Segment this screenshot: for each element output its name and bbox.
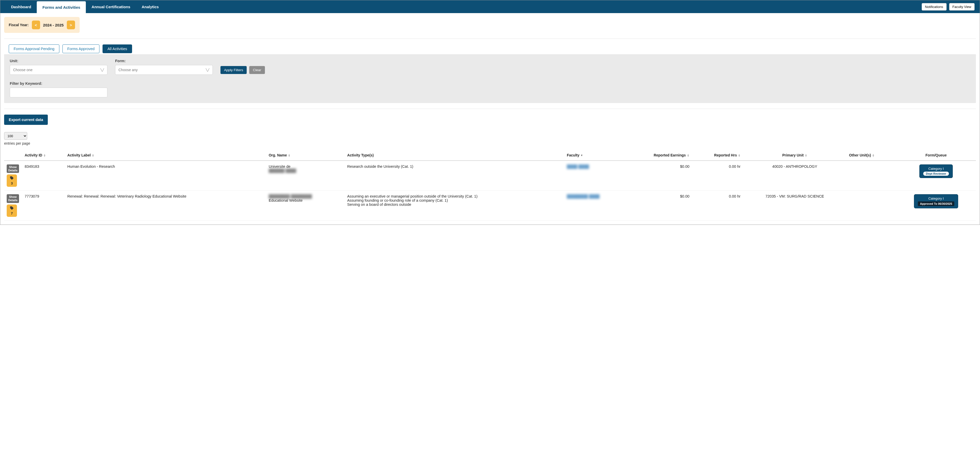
fiscal-year-bar: Fiscal Year: < 2024 - 2025 > <box>4 17 80 33</box>
attachments-count: 7 <box>7 212 17 215</box>
subtab-all-activities[interactable]: All Activities <box>102 45 132 53</box>
col-faculty[interactable]: Faculty▼ <box>564 150 626 161</box>
subtabs: Forms Approval Pending Forms Approved Al… <box>9 45 976 53</box>
keyword-label: Filter by Keyword: <box>10 81 107 86</box>
queue-category: Category I <box>928 197 944 200</box>
cell-org-name: Universite de ██████ ████ <box>266 161 345 191</box>
form-filter-group: Form: Choose any ╲╱ <box>115 59 213 75</box>
keyword-filter-group: Filter by Keyword: <box>10 81 107 97</box>
show-details-button[interactable]: Show Details <box>7 164 19 173</box>
cell-other-units <box>846 191 896 220</box>
cell-primary-unit: 72035 - VM: SURG/RAD SCIENCE <box>743 191 846 220</box>
form-queue-button[interactable]: Category I Dept Reviewer <box>920 164 953 178</box>
table-row: Show Details 7 7773079 Renewal: Renewal:… <box>4 191 976 220</box>
queue-status-pill: Dept Reviewer <box>923 172 949 176</box>
cell-hours: 0.00 hr <box>692 191 743 220</box>
col-org-name[interactable]: Org. Name▲▼ <box>266 150 345 161</box>
chevron-down-icon: ╲╱ <box>100 68 104 72</box>
fiscal-year-label: Fiscal Year: <box>9 23 29 27</box>
filter-actions: Apply Filters Clear <box>220 66 970 75</box>
attachments-badge[interactable]: 7 <box>7 205 17 217</box>
sort-icon: ▲▼ <box>43 154 46 157</box>
cell-other-units <box>846 161 896 191</box>
col-activity-types[interactable]: Activity Type(s) <box>345 150 564 161</box>
table-row: Show Details 3 8349183 Human Evolution -… <box>4 161 976 191</box>
form-queue-button[interactable]: Category I Approved To 06/30/2025 <box>914 194 958 208</box>
cell-activity-types: Research outside the University (Cat. 1) <box>345 161 564 191</box>
tag-icon <box>10 176 14 180</box>
sort-icon: ▲▼ <box>872 154 875 157</box>
col-activity-label[interactable]: Activity Label▲▼ <box>65 150 266 161</box>
cell-hours: 0.00 hr <box>692 161 743 191</box>
col-reported-hrs[interactable]: Reported Hrs▲▼ <box>692 150 743 161</box>
cell-earnings: $0.00 <box>626 191 692 220</box>
apply-filters-button[interactable]: Apply Filters <box>220 66 247 74</box>
cell-activity-label: Human Evolution - Research <box>65 161 266 191</box>
page-size-select[interactable]: 100 <box>4 132 27 140</box>
attachments-count: 3 <box>7 181 17 185</box>
cell-activity-id: 7773079 <box>22 191 65 220</box>
col-other-units[interactable]: Other Unit(s)▲▼ <box>846 150 896 161</box>
main-tabs: Dashboard Forms and Activities Annual Ce… <box>5 0 164 13</box>
fiscal-prev-button[interactable]: < <box>32 21 40 29</box>
tab-analytics[interactable]: Analytics <box>136 0 164 13</box>
keyword-input[interactable] <box>10 87 107 97</box>
cell-faculty: ████ ████ <box>564 161 626 191</box>
export-button[interactable]: Export current data <box>4 115 48 125</box>
cell-activity-types: Assuming an executive or managerial posi… <box>345 191 564 220</box>
sort-icon: ▲▼ <box>687 154 689 157</box>
chevron-down-icon: ╲╱ <box>206 68 209 72</box>
subtab-forms-approval-pending[interactable]: Forms Approval Pending <box>9 45 59 53</box>
col-form-queue[interactable]: Form/Queue <box>896 150 976 161</box>
entries-per-page-label: entries per page <box>4 141 976 145</box>
show-details-button[interactable]: Show Details <box>7 194 19 203</box>
attachments-badge[interactable]: 3 <box>7 175 17 187</box>
col-primary-unit[interactable]: Primary Unit▲▼ <box>743 150 846 161</box>
sort-icon: ▲▼ <box>288 154 291 157</box>
tab-annual-certifications[interactable]: Annual Certifications <box>86 0 136 13</box>
col-reported-earnings[interactable]: Reported Earnings▲▼ <box>626 150 692 161</box>
tag-icon <box>10 206 14 210</box>
tab-forms-activities[interactable]: Forms and Activities <box>37 1 86 13</box>
tab-dashboard[interactable]: Dashboard <box>5 0 37 13</box>
unit-filter-group: Unit: Choose one ╲╱ <box>10 59 107 75</box>
form-label: Form: <box>115 59 213 63</box>
unit-select[interactable]: Choose one ╲╱ <box>10 65 107 75</box>
cell-earnings: $0.00 <box>626 161 692 191</box>
page-size-control: 100 entries per page <box>4 132 976 145</box>
col-actions <box>4 150 22 161</box>
fiscal-next-button[interactable]: > <box>67 21 75 29</box>
topbar: Dashboard Forms and Activities Annual Ce… <box>0 0 980 13</box>
form-select-value: Choose any <box>118 68 138 72</box>
cell-faculty: ████████ ████ <box>564 191 626 220</box>
queue-status-pill: Approved To 06/30/2025 <box>918 201 954 206</box>
fiscal-range: 2024 - 2025 <box>43 23 64 27</box>
sort-icon: ▲▼ <box>805 154 807 157</box>
faculty-view-button[interactable]: Faculty View <box>949 3 975 11</box>
cell-primary-unit: 40020 - ANTHROPOLOGY <box>743 161 846 191</box>
clear-filters-button[interactable]: Clear <box>249 66 265 74</box>
unit-label: Unit: <box>10 59 107 63</box>
cell-org-name: ████████ ████████ Educational Website <box>266 191 345 220</box>
form-select[interactable]: Choose any ╲╱ <box>115 65 213 75</box>
sort-icon: ▲▼ <box>738 154 741 157</box>
subtab-forms-approved[interactable]: Forms Approved <box>62 45 99 53</box>
sort-icon: ▲▼ <box>92 154 94 157</box>
queue-category: Category I <box>928 167 944 170</box>
sort-icon: ▼ <box>581 155 583 156</box>
unit-select-value: Choose one <box>13 68 33 72</box>
cell-activity-label: Renewal: Renewal: Renewal: Veterinary Ra… <box>65 191 266 220</box>
filter-panel: Unit: Choose one ╲╱ Form: Choose any ╲╱ … <box>4 54 976 103</box>
notifications-button[interactable]: Notifications <box>922 3 947 11</box>
col-activity-id[interactable]: Activity ID▲▼ <box>22 150 65 161</box>
activities-table: Activity ID▲▼ Activity Label▲▼ Org. Name… <box>4 150 976 221</box>
cell-activity-id: 8349183 <box>22 161 65 191</box>
